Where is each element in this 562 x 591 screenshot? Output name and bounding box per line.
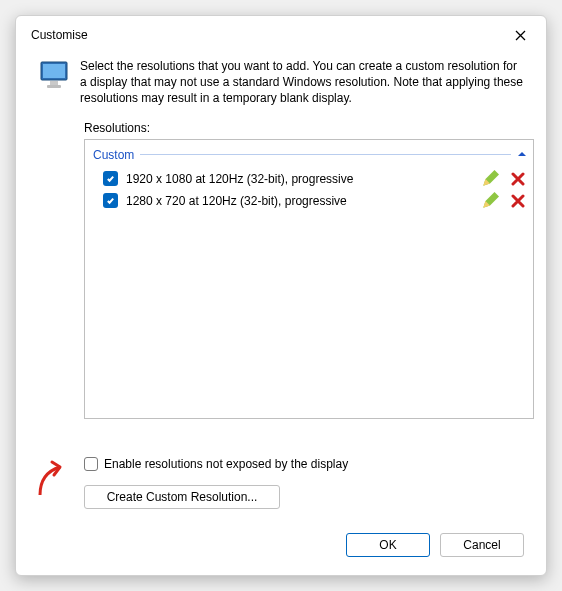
checkbox-checked-icon[interactable]	[103, 171, 118, 186]
expose-checkbox[interactable]: Enable resolutions not exposed by the di…	[84, 457, 524, 471]
group-name: Custom	[93, 148, 134, 162]
pencil-icon	[481, 170, 499, 188]
resolutions-list[interactable]: Custom 1920 x 1080 at 120Hz (32-bit), pr…	[84, 139, 534, 419]
group-divider	[140, 154, 511, 155]
resolution-label: 1280 x 720 at 120Hz (32-bit), progressiv…	[126, 194, 347, 208]
close-icon	[515, 30, 526, 41]
svg-rect-1	[43, 64, 65, 78]
delete-button[interactable]	[509, 192, 527, 210]
delete-button[interactable]	[509, 170, 527, 188]
resolutions-label: Resolutions:	[84, 121, 524, 135]
monitor-icon	[38, 59, 70, 91]
group-header-custom[interactable]: Custom	[93, 148, 527, 162]
delete-icon	[511, 172, 525, 186]
close-button[interactable]	[506, 21, 534, 49]
description-text: Select the resolutions that you want to …	[80, 58, 524, 107]
svg-rect-2	[50, 81, 58, 85]
titlebar: Customise	[16, 16, 546, 54]
window-title: Customise	[31, 28, 88, 42]
edit-button[interactable]	[481, 170, 499, 188]
edit-button[interactable]	[481, 192, 499, 210]
resolution-label: 1920 x 1080 at 120Hz (32-bit), progressi…	[126, 172, 353, 186]
checkbox-checked-icon[interactable]	[103, 193, 118, 208]
pencil-icon	[481, 192, 499, 210]
resolution-row[interactable]: 1280 x 720 at 120Hz (32-bit), progressiv…	[91, 190, 527, 212]
ok-button[interactable]: OK	[346, 533, 430, 557]
resolution-row[interactable]: 1920 x 1080 at 120Hz (32-bit), progressi…	[91, 168, 527, 190]
customise-dialog: Customise Select the resolutions that yo…	[15, 15, 547, 576]
caret-up-icon	[517, 148, 527, 162]
checkbox-unchecked-icon[interactable]	[84, 457, 98, 471]
cancel-button[interactable]: Cancel	[440, 533, 524, 557]
svg-rect-3	[47, 85, 61, 88]
create-custom-resolution-button[interactable]: Create Custom Resolution...	[84, 485, 280, 509]
expose-checkbox-label: Enable resolutions not exposed by the di…	[104, 457, 348, 471]
delete-icon	[511, 194, 525, 208]
